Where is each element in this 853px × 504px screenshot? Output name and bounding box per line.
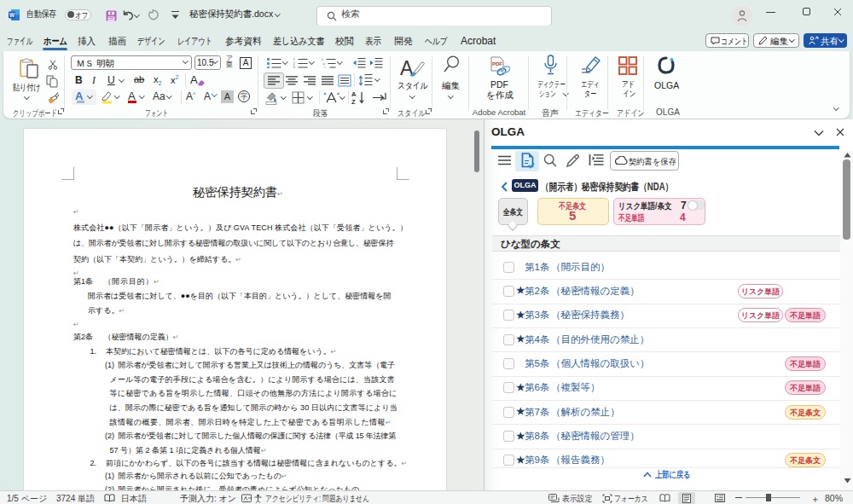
svg-text:PDF: PDF <box>492 61 502 67</box>
svg-text:3: 3 <box>293 65 296 68</box>
svg-text:i: i <box>325 65 326 68</box>
svg-text:Z: Z <box>351 98 356 105</box>
svg-text:W: W <box>9 12 15 18</box>
svg-text:A: A <box>351 90 357 98</box>
